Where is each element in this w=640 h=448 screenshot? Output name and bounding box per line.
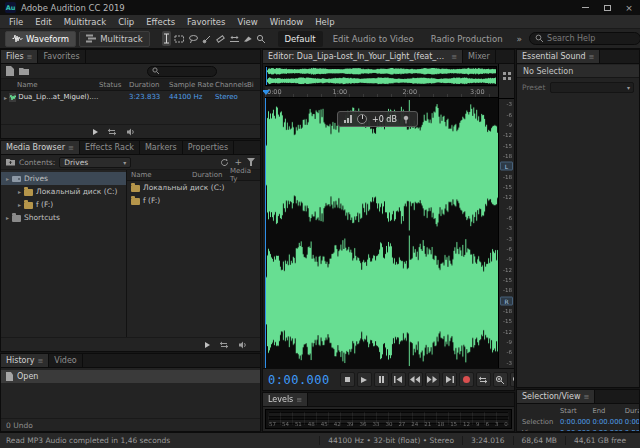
overview-playhead[interactable] [266, 67, 267, 85]
menu-item-view[interactable]: View [232, 17, 264, 27]
rewind-button[interactable] [408, 372, 423, 387]
workspace-edit-audio-to-video[interactable]: Edit Audio to Video [326, 34, 421, 44]
refresh-button[interactable] [220, 158, 229, 167]
menu-item-clip[interactable]: Clip [112, 17, 140, 27]
paintbrush-selection-tool-button[interactable] [202, 31, 212, 46]
tab-video[interactable]: Video [49, 354, 82, 367]
zoom-out-button[interactable] [510, 372, 515, 387]
menu-item-help[interactable]: Help [309, 17, 340, 27]
files-volume-button[interactable] [126, 128, 136, 136]
tab-history[interactable]: History≡ [1, 354, 49, 367]
menu-item-window[interactable]: Window [264, 17, 310, 27]
history-item-open[interactable]: Open [1, 370, 260, 383]
files-loop-button[interactable] [107, 128, 117, 136]
help-search-input[interactable] [547, 34, 635, 43]
column-channels[interactable]: Channels [215, 81, 247, 89]
import-file-button[interactable] [6, 66, 14, 76]
preset-select[interactable]: ▾ [550, 82, 634, 93]
overview-canvas[interactable] [266, 67, 496, 85]
razor-tool-button[interactable] [243, 31, 253, 46]
tab-effects-rack[interactable]: Effects Rack [80, 141, 140, 154]
lasso-selection-tool-button[interactable] [188, 31, 199, 46]
panel-menu-icon[interactable]: ≡ [589, 53, 595, 61]
levels-meter[interactable]: 575451484542393633302724211815129630 [265, 409, 512, 429]
column-duration[interactable]: Duration [129, 81, 169, 89]
files-search-input[interactable] [162, 67, 212, 75]
tab-files[interactable]: Files≡ [1, 50, 38, 63]
panel-menu-icon[interactable]: ≡ [584, 393, 590, 401]
playhead-time-display[interactable]: 0:00.000 [268, 373, 330, 387]
settings-grid-icon[interactable] [503, 72, 511, 80]
record-button[interactable] [459, 372, 474, 387]
tab-markers[interactable]: Markers [140, 141, 183, 154]
tree-item-drive-f[interactable]: ▸ f (F:) [1, 198, 126, 211]
tab-properties[interactable]: Properties [183, 141, 234, 154]
slip-tool-button[interactable] [229, 31, 240, 46]
panel-menu-icon[interactable]: ≡ [68, 144, 74, 152]
tab-editor[interactable]: Editor: Dua_Lipa-Lost_In_Your_Light_(fea… [263, 50, 463, 63]
panel-menu-icon[interactable]: ≡ [37, 357, 43, 365]
tab-mixer[interactable]: Mixer [463, 50, 496, 63]
menu-item-favorites[interactable]: Favorites [181, 17, 231, 27]
contents-dropdown[interactable]: Drives ▾ [59, 157, 131, 168]
column-name[interactable]: Name [127, 171, 192, 179]
tab-selection-view[interactable]: Selection/View≡ [517, 390, 595, 403]
media-list-headers[interactable]: Name Duration Media Ty [127, 170, 260, 181]
channel-right-button[interactable]: R [500, 296, 513, 305]
pause-button[interactable] [374, 372, 389, 387]
time-selection-tool-button[interactable] [162, 31, 171, 46]
hud-pin-icon[interactable] [402, 115, 411, 124]
menu-item-file[interactable]: File [3, 17, 29, 27]
selection-end-value[interactable]: 0:00.000 [592, 418, 622, 426]
column-duration[interactable]: Duration [192, 171, 230, 179]
file-row[interactable]: ▸ Dua_Lip...at_Miguel).mp3 3:23.833 4410… [1, 91, 260, 103]
skip-to-end-button[interactable] [442, 372, 457, 387]
media-loop-button[interactable] [219, 341, 229, 349]
amplitude-ruler[interactable]: -3-6-9-12-15-18-21-18-15-12-9-6-3 -3-6-9… [499, 99, 514, 368]
filter-button[interactable] [247, 158, 255, 166]
menu-item-multitrack[interactable]: Multitrack [58, 17, 112, 27]
selection-duration-value[interactable]: 0:00.000 [625, 418, 640, 426]
selection-start-value[interactable]: 0:00.000 [560, 418, 590, 426]
column-sample-rate[interactable]: Sample Rate [169, 81, 215, 89]
disclosure-icon[interactable]: ▸ [18, 188, 21, 195]
minimize-button[interactable] [574, 0, 596, 15]
tab-favorites[interactable]: Favorites [38, 50, 85, 63]
marquee-selection-tool-button[interactable] [174, 31, 185, 46]
column-status[interactable]: Status [99, 81, 129, 89]
menu-item-edit[interactable]: Edit [29, 17, 57, 27]
workspace-radio-production[interactable]: Radio Production [424, 34, 510, 44]
disclosure-icon[interactable]: ▸ [6, 175, 9, 182]
playhead[interactable] [265, 98, 266, 368]
menu-item-effects[interactable]: Effects [140, 17, 181, 27]
tab-essential-sound[interactable]: Essential Sound≡ [517, 50, 600, 63]
new-folder-button[interactable]: + [234, 157, 242, 167]
media-list-row-drive-f[interactable]: f (F:) [127, 194, 260, 207]
disclosure-icon[interactable]: ▸ [18, 201, 21, 208]
panel-menu-icon[interactable]: ≡ [27, 53, 33, 61]
column-name[interactable]: Name [1, 81, 99, 89]
waveform-display[interactable]: +0 dB [265, 98, 498, 368]
fast-forward-button[interactable] [425, 372, 440, 387]
media-list-row-local-disk-c[interactable]: Локальный диск (C:) [127, 181, 260, 194]
hud-volume-knob[interactable] [357, 114, 367, 124]
column-bit-depth[interactable]: Bi [247, 81, 260, 89]
panel-menu-icon[interactable]: ≡ [296, 396, 302, 404]
tree-item-drives[interactable]: ▸ Drives [1, 172, 126, 185]
multitrack-view-button[interactable]: Multitrack [79, 31, 149, 47]
open-file-button[interactable] [19, 67, 29, 75]
waveform-view-button[interactable]: Waveform [5, 31, 76, 47]
zoom-in-button[interactable] [493, 372, 508, 387]
skip-to-start-button[interactable] [391, 372, 406, 387]
loop-playback-button[interactable] [476, 372, 491, 387]
tree-item-shortcuts[interactable]: ▸ Shortcuts [1, 211, 126, 224]
disclosure-icon[interactable]: ▸ [6, 214, 9, 221]
channel-left-button[interactable]: L [500, 162, 513, 171]
maximize-button[interactable] [596, 0, 618, 15]
files-column-headers[interactable]: Name Status Duration Sample Rate Channel… [1, 79, 260, 91]
tab-levels[interactable]: Levels≡ [263, 393, 308, 406]
tab-media-browser[interactable]: Media Browser≡ [1, 141, 80, 154]
files-play-button[interactable] [93, 129, 98, 135]
waveform-overview[interactable] [265, 66, 497, 86]
playhead-marker-icon[interactable] [262, 90, 270, 95]
